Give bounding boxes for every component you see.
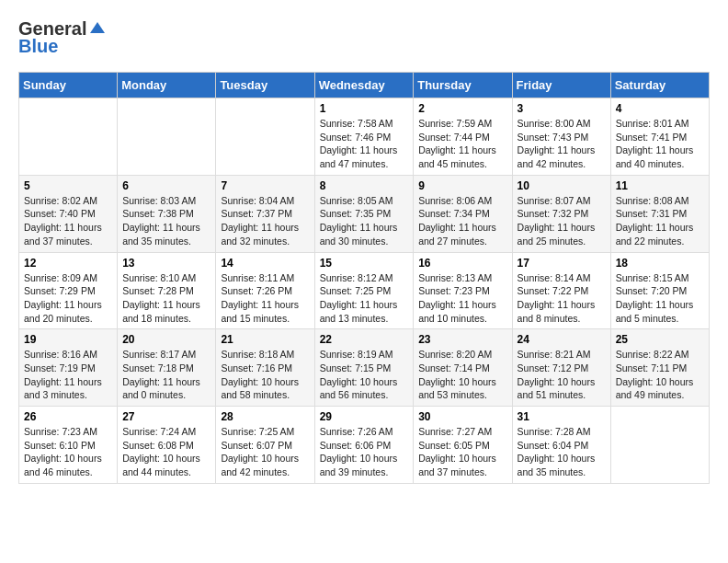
day-info: Sunrise: 8:07 AM Sunset: 7:32 PM Dayligh…: [518, 194, 606, 248]
daylight: Daylight: 11 hours and 25 minutes.: [518, 222, 596, 247]
day-number: 12: [24, 257, 112, 270]
sunset: Sunset: 7:14 PM: [418, 362, 490, 373]
daylight: Daylight: 11 hours and 27 minutes.: [418, 222, 496, 247]
logo-icon: [88, 18, 107, 37]
day-number: 27: [122, 410, 210, 423]
day-number: 26: [24, 410, 112, 423]
sunset: Sunset: 6:06 PM: [320, 440, 392, 451]
sunrise: Sunrise: 8:22 AM: [616, 349, 689, 360]
calendar-cell: 25 Sunrise: 8:22 AM Sunset: 7:11 PM Dayl…: [610, 329, 709, 407]
calendar-week-5: 26 Sunrise: 7:23 AM Sunset: 6:10 PM Dayl…: [19, 407, 710, 484]
sunrise: Sunrise: 8:17 AM: [122, 349, 196, 360]
day-number: 18: [616, 257, 704, 270]
day-info: Sunrise: 8:04 AM Sunset: 7:37 PM Dayligh…: [221, 194, 309, 248]
calendar-header-wednesday: Wednesday: [314, 73, 414, 98]
sunrise: Sunrise: 8:06 AM: [418, 195, 492, 206]
daylight: Daylight: 10 hours and 44 minutes.: [122, 453, 200, 477]
day-info: Sunrise: 7:27 AM Sunset: 6:05 PM Dayligh…: [418, 425, 506, 479]
day-info: Sunrise: 8:03 AM Sunset: 7:38 PM Dayligh…: [122, 194, 210, 248]
daylight: Daylight: 10 hours and 37 minutes.: [418, 453, 496, 477]
sunrise: Sunrise: 8:15 AM: [616, 272, 689, 283]
day-number: 19: [24, 333, 112, 346]
daylight: Daylight: 11 hours and 22 minutes.: [616, 222, 694, 247]
day-info: Sunrise: 8:01 AM Sunset: 7:41 PM Dayligh…: [616, 117, 704, 171]
calendar-cell: 27 Sunrise: 7:24 AM Sunset: 6:08 PM Dayl…: [118, 407, 216, 484]
calendar-header-sunday: Sunday: [19, 73, 118, 98]
sunset: Sunset: 7:25 PM: [320, 285, 392, 296]
sunrise: Sunrise: 8:09 AM: [24, 272, 97, 283]
sunrise: Sunrise: 8:19 AM: [320, 349, 393, 360]
day-number: 2: [418, 102, 506, 115]
sunrise: Sunrise: 8:10 AM: [122, 272, 196, 283]
sunrise: Sunrise: 8:00 AM: [518, 118, 591, 129]
calendar-cell: 16 Sunrise: 8:13 AM Sunset: 7:23 PM Dayl…: [414, 252, 512, 329]
day-number: 1: [320, 102, 409, 115]
sunrise: Sunrise: 7:26 AM: [320, 426, 393, 437]
day-number: 11: [616, 179, 704, 192]
sunrise: Sunrise: 8:04 AM: [221, 195, 294, 206]
sunset: Sunset: 7:23 PM: [418, 285, 490, 296]
day-info: Sunrise: 8:10 AM Sunset: 7:28 PM Dayligh…: [122, 271, 210, 326]
calendar-week-3: 12 Sunrise: 8:09 AM Sunset: 7:29 PM Dayl…: [19, 252, 710, 329]
day-info: Sunrise: 8:22 AM Sunset: 7:11 PM Dayligh…: [616, 348, 704, 402]
daylight: Daylight: 11 hours and 8 minutes.: [518, 299, 596, 324]
day-number: 14: [221, 257, 309, 270]
daylight: Daylight: 11 hours and 45 minutes.: [418, 144, 496, 169]
calendar: SundayMondayTuesdayWednesdayThursdayFrid…: [18, 72, 710, 484]
daylight: Daylight: 11 hours and 42 minutes.: [518, 144, 596, 169]
day-info: Sunrise: 8:02 AM Sunset: 7:40 PM Dayligh…: [24, 194, 112, 248]
calendar-cell: 3 Sunrise: 8:00 AM Sunset: 7:43 PM Dayli…: [512, 98, 610, 176]
day-number: 24: [518, 333, 606, 346]
sunrise: Sunrise: 8:13 AM: [418, 272, 492, 283]
daylight: Daylight: 10 hours and 39 minutes.: [320, 453, 398, 477]
calendar-cell: 15 Sunrise: 8:12 AM Sunset: 7:25 PM Dayl…: [314, 252, 414, 329]
calendar-week-2: 5 Sunrise: 8:02 AM Sunset: 7:40 PM Dayli…: [19, 175, 710, 252]
daylight: Daylight: 11 hours and 32 minutes.: [221, 222, 299, 247]
day-number: 31: [518, 410, 606, 423]
sunrise: Sunrise: 7:27 AM: [418, 426, 492, 437]
sunrise: Sunrise: 8:14 AM: [518, 272, 591, 283]
calendar-header-tuesday: Tuesday: [216, 73, 314, 98]
daylight: Daylight: 10 hours and 46 minutes.: [24, 453, 102, 477]
day-info: Sunrise: 8:20 AM Sunset: 7:14 PM Dayligh…: [418, 348, 506, 402]
calendar-cell: 7 Sunrise: 8:04 AM Sunset: 7:37 PM Dayli…: [216, 175, 314, 252]
daylight: Daylight: 11 hours and 15 minutes.: [221, 299, 299, 324]
day-info: Sunrise: 7:59 AM Sunset: 7:44 PM Dayligh…: [418, 117, 506, 171]
daylight: Daylight: 11 hours and 47 minutes.: [320, 144, 398, 169]
calendar-cell: 21 Sunrise: 8:18 AM Sunset: 7:16 PM Dayl…: [216, 329, 314, 407]
sunset: Sunset: 7:26 PM: [221, 285, 292, 296]
calendar-cell: 29 Sunrise: 7:26 AM Sunset: 6:06 PM Dayl…: [314, 407, 414, 484]
calendar-cell: 8 Sunrise: 8:05 AM Sunset: 7:35 PM Dayli…: [314, 175, 414, 252]
sunset: Sunset: 7:12 PM: [518, 362, 589, 373]
day-number: 13: [122, 257, 210, 270]
calendar-cell: 31 Sunrise: 7:28 AM Sunset: 6:04 PM Dayl…: [512, 407, 610, 484]
daylight: Daylight: 10 hours and 58 minutes.: [221, 376, 299, 401]
sunrise: Sunrise: 8:11 AM: [221, 272, 294, 283]
day-info: Sunrise: 8:08 AM Sunset: 7:31 PM Dayligh…: [616, 194, 704, 248]
calendar-cell: 2 Sunrise: 7:59 AM Sunset: 7:44 PM Dayli…: [414, 98, 512, 176]
day-number: 10: [518, 179, 606, 192]
sunset: Sunset: 7:11 PM: [616, 362, 688, 373]
sunrise: Sunrise: 8:05 AM: [320, 195, 393, 206]
day-number: 9: [418, 179, 506, 192]
calendar-header-friday: Friday: [512, 73, 610, 98]
day-number: 17: [518, 257, 606, 270]
daylight: Daylight: 11 hours and 35 minutes.: [122, 222, 200, 247]
calendar-cell: 20 Sunrise: 8:17 AM Sunset: 7:18 PM Dayl…: [118, 329, 216, 407]
day-info: Sunrise: 8:12 AM Sunset: 7:25 PM Dayligh…: [320, 271, 409, 326]
sunset: Sunset: 6:08 PM: [122, 440, 194, 451]
daylight: Daylight: 11 hours and 10 minutes.: [418, 299, 496, 324]
sunrise: Sunrise: 8:07 AM: [518, 195, 591, 206]
sunset: Sunset: 7:46 PM: [320, 132, 392, 143]
calendar-cell: 22 Sunrise: 8:19 AM Sunset: 7:15 PM Dayl…: [314, 329, 414, 407]
day-number: 20: [122, 333, 210, 346]
calendar-cell: 4 Sunrise: 8:01 AM Sunset: 7:41 PM Dayli…: [610, 98, 709, 176]
calendar-cell: 19 Sunrise: 8:16 AM Sunset: 7:19 PM Dayl…: [19, 329, 118, 407]
day-info: Sunrise: 7:23 AM Sunset: 6:10 PM Dayligh…: [24, 425, 112, 479]
daylight: Daylight: 11 hours and 5 minutes.: [616, 299, 694, 324]
sunrise: Sunrise: 8:18 AM: [221, 349, 294, 360]
day-info: Sunrise: 7:28 AM Sunset: 6:04 PM Dayligh…: [518, 425, 606, 479]
sunrise: Sunrise: 8:21 AM: [518, 349, 591, 360]
calendar-week-4: 19 Sunrise: 8:16 AM Sunset: 7:19 PM Dayl…: [19, 329, 710, 407]
daylight: Daylight: 11 hours and 13 minutes.: [320, 299, 398, 324]
